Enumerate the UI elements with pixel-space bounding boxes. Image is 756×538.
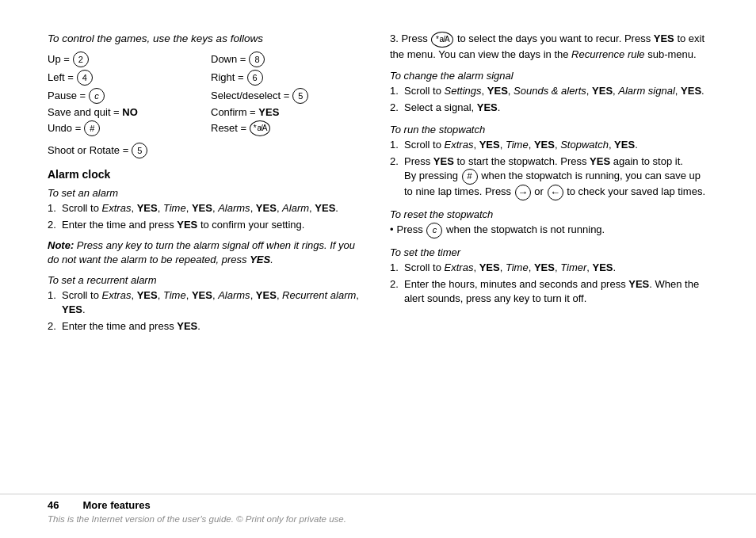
- timer-heading: To set the timer: [390, 246, 708, 258]
- save-label: Save and quit = NO: [48, 106, 138, 118]
- key-shoot: Shoot or Rotate = 5: [48, 143, 366, 158]
- left-key: 4: [77, 70, 93, 86]
- reset-label: Reset =: [211, 122, 246, 134]
- key-down: Down = 8: [211, 52, 366, 67]
- change-signal-step-2: 2. Select a signal, YES.: [390, 101, 708, 115]
- key-reset: Reset = * a/A: [211, 120, 366, 136]
- hash-key: #: [462, 169, 478, 185]
- reset-stopwatch-heading: To reset the stopwatch: [390, 208, 708, 220]
- key-select: Select/deselect = 5: [211, 88, 366, 104]
- reset-stopwatch-item: • Press c when the stopwatch is not runn…: [390, 223, 708, 238]
- intro-heading: To control the games, use the keys as fo…: [48, 32, 366, 47]
- change-signal-list: 1. Scroll to Settings, YES, Sounds & ale…: [390, 84, 708, 115]
- recurrent-step-2: 2. Enter the time and press YES.: [48, 319, 366, 334]
- footer-copyright: This is the Internet version of the user…: [48, 514, 708, 524]
- pause-key: c: [89, 88, 105, 104]
- left-label: Left =: [48, 71, 74, 83]
- down-key: 8: [249, 52, 265, 67]
- undo-key: #: [84, 120, 100, 136]
- stopwatch-step-2: 2. Press YES to start the stopwatch. Pre…: [390, 155, 708, 200]
- shoot-label: Shoot or Rotate =: [48, 144, 128, 156]
- set-alarm-step-1: 1. Scroll to Extras, YES, Time, YES, Ala…: [48, 201, 366, 216]
- key-right: Right = 6: [211, 70, 366, 86]
- key-save: Save and quit = NO: [48, 106, 203, 118]
- reset-stopwatch-list: • Press c when the stopwatch is not runn…: [390, 223, 708, 238]
- select-label: Select/deselect =: [211, 90, 289, 101]
- footer-main: 46 More features: [48, 499, 708, 511]
- key-undo: Undo = #: [48, 120, 203, 136]
- timer-list: 1. Scroll to Extras, YES, Time, YES, Tim…: [390, 261, 708, 307]
- alarm-clock-title: Alarm clock: [48, 168, 366, 181]
- key-left: Left = 4: [48, 70, 203, 86]
- stopwatch-list: 1. Scroll to Extras, YES, Time, YES, Sto…: [390, 138, 708, 200]
- c-key: c: [426, 223, 442, 238]
- undo-label: Undo =: [48, 122, 81, 134]
- select-key: 5: [292, 88, 308, 104]
- alarm-note: Note: Press any key to turn the alarm si…: [48, 238, 366, 267]
- page-number: 46: [48, 499, 59, 511]
- right-arrow-key: →: [515, 185, 531, 200]
- key-pause: Pause = c: [48, 88, 203, 104]
- right-label: Right =: [211, 71, 244, 83]
- left-arrow-key: ←: [548, 185, 563, 200]
- recurrent-alarm-list: 1. Scroll to Extras, YES, Time, YES, Ala…: [48, 288, 366, 334]
- down-label: Down =: [211, 53, 246, 65]
- set-alarm-list: 1. Scroll to Extras, YES, Time, YES, Ala…: [48, 201, 366, 232]
- up-key: 2: [73, 52, 89, 67]
- right-column: 3. Press * a/A to select the days you wa…: [390, 32, 708, 336]
- change-signal-heading: To change the alarm signal: [390, 70, 708, 82]
- key-up: Up = 2: [48, 52, 203, 67]
- step3-text: 3. Press * a/A to select the days you wa…: [390, 32, 708, 62]
- key-table: Up = 2 Down = 8 Left = 4 Right = 6: [48, 52, 366, 136]
- timer-step-1: 1. Scroll to Extras, YES, Time, YES, Tim…: [390, 261, 708, 275]
- timer-step-2: 2. Enter the hours, minutes and seconds …: [390, 277, 708, 306]
- set-alarm-heading: To set an alarm: [48, 187, 366, 199]
- up-label: Up =: [48, 53, 70, 65]
- change-signal-step-1: 1. Scroll to Settings, YES, Sounds & ale…: [390, 84, 708, 98]
- recurrent-step-1: 1. Scroll to Extras, YES, Time, YES, Ala…: [48, 288, 366, 317]
- set-alarm-step-2: 2. Enter the time and press YES to confi…: [48, 218, 366, 232]
- key-confirm: Confirm = YES: [211, 106, 366, 118]
- shoot-key: 5: [132, 143, 147, 158]
- left-column: To control the games, use the keys as fo…: [48, 32, 366, 336]
- recurrent-alarm-heading: To set a recurrent alarm: [48, 274, 366, 286]
- pause-label: Pause =: [48, 90, 86, 101]
- reset-key: * a/A: [250, 120, 270, 136]
- page: To control the games, use the keys as fo…: [0, 0, 756, 538]
- footer: 46 More features This is the Internet ve…: [0, 494, 756, 524]
- footer-section: More features: [82, 499, 150, 511]
- confirm-label: Confirm = YES: [211, 106, 279, 118]
- step3-key: * a/A: [431, 32, 453, 48]
- stopwatch-heading: To run the stopwatch: [390, 124, 708, 135]
- right-key: 6: [247, 70, 263, 86]
- stopwatch-step-1: 1. Scroll to Extras, YES, Time, YES, Sto…: [390, 138, 708, 152]
